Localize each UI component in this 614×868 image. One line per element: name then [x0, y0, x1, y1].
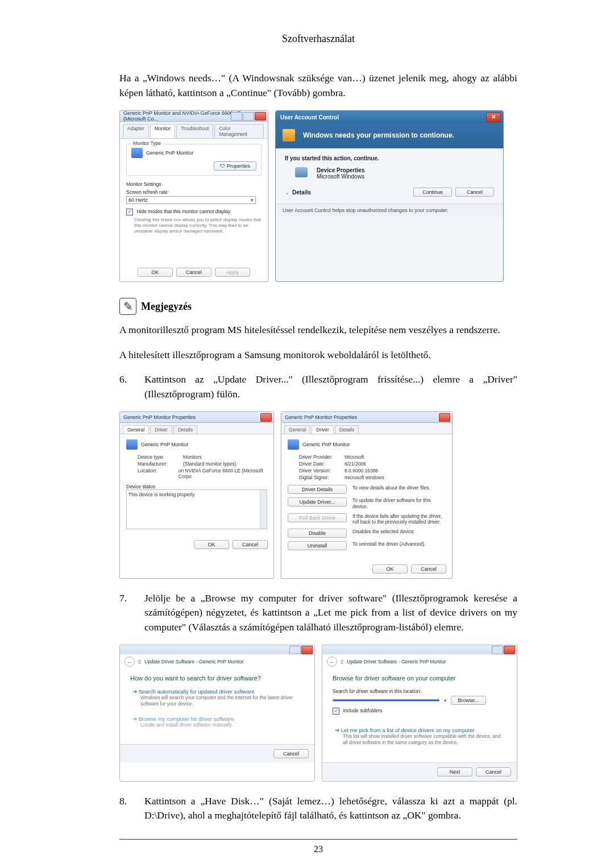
digital-signer-value: microsoft windows — [345, 475, 384, 480]
uac-headline: Windows needs your permission to contion… — [303, 131, 454, 139]
include-subfolders-label: Include subfolders — [343, 708, 382, 714]
uac-footer: User Account Control helps stop unauthor… — [276, 203, 503, 217]
uac-title-text: User Account Control — [280, 114, 339, 121]
tab-details[interactable]: Details — [173, 425, 197, 434]
close-button[interactable] — [301, 646, 313, 654]
next-button[interactable]: Next — [437, 767, 472, 776]
properties-button[interactable]: 🛡 Properties — [214, 161, 256, 171]
refresh-rate-select[interactable]: 60 Hertz — [126, 196, 256, 204]
continue-button[interactable]: Continue — [413, 188, 452, 197]
update-driver-button[interactable]: Update Driver... — [288, 497, 347, 506]
device-name: Generic PnP Monitor — [302, 442, 350, 447]
titlebar-text: Generic PnP Monitor Properties — [123, 414, 196, 420]
uac-started-text: If you started this action, continue. — [285, 155, 494, 161]
hide-modes-note: Clearing this check box allows you to se… — [134, 217, 262, 234]
update-driver-search-wizard: ← ▯ Update Driver Software - Generic PnP… — [119, 645, 315, 781]
cancel-button[interactable]: Cancel — [176, 268, 211, 277]
option-search-auto[interactable]: Search automatically for updated driver … — [132, 688, 302, 707]
breadcrumb: ← ▯ Update Driver Software - Generic PnP… — [322, 654, 517, 669]
driver-version-value: 6.0.6000.16386 — [345, 468, 378, 474]
tab-general[interactable]: General — [123, 425, 149, 434]
minimize-button[interactable] — [231, 112, 242, 121]
include-subfolders-checkbox[interactable]: ✓ — [333, 708, 339, 715]
manufacturer-label: Manufacturer: — [138, 461, 183, 467]
disable-button[interactable]: Disable — [288, 529, 347, 538]
uac-program-name: Device Properties — [317, 167, 365, 173]
back-icon[interactable]: ← — [327, 657, 337, 667]
monitor-icon — [131, 148, 143, 158]
group-legend: Monitor Type — [131, 140, 163, 146]
titlebar-text: Generic PnP Monitor Properties — [285, 414, 357, 420]
window-controls — [231, 112, 266, 121]
tab-driver[interactable]: Driver — [312, 425, 334, 434]
device-props-general-dialog: Generic PnP Monitor Properties General D… — [119, 412, 274, 579]
ok-button[interactable]: OK — [372, 564, 408, 574]
cancel-button[interactable]: Cancel — [411, 564, 446, 574]
cancel-button[interactable]: Cancel — [476, 767, 511, 776]
back-icon[interactable]: ← — [125, 657, 135, 667]
monitor-properties-dialog: Generic PnP Monitor and NVIDIA GeForce 6… — [119, 110, 268, 282]
tab-driver[interactable]: Driver — [150, 425, 172, 434]
monitor-icon — [126, 439, 138, 450]
tab-color-management[interactable]: Color Management — [214, 124, 264, 138]
update-driver-browse-wizard: ← ▯ Update Driver Software - Generic PnP… — [322, 645, 517, 781]
disable-desc: Disables the selected device. — [352, 529, 446, 535]
option-browse-computer[interactable]: Browse my computer for driver software L… — [132, 716, 302, 728]
uac-dialog: User Account Control ✕ Windows needs you… — [275, 110, 504, 282]
tab-details[interactable]: Details — [335, 425, 359, 434]
program-icon — [295, 167, 308, 177]
option-title: Let me pick from a list of device driver… — [335, 727, 504, 733]
hide-modes-checkbox[interactable]: ✓ — [126, 209, 133, 215]
close-button[interactable] — [260, 413, 272, 422]
wizard-heading: Browse for driver software on your compu… — [333, 675, 507, 682]
chevron-down-icon[interactable]: ⌄ — [285, 189, 289, 196]
rollback-driver-desc: If the device fails after updating the d… — [352, 513, 446, 525]
digital-signer-label: Digital Signer: — [299, 475, 345, 480]
breadcrumb: ← ▯ Update Driver Software - Generic PnP… — [120, 654, 314, 669]
uninstall-button[interactable]: Uninstall — [288, 541, 347, 550]
tab-troubleshoot[interactable]: Troubleshoot — [176, 124, 213, 138]
location-value: on NVIDIA GeForce 6600 LE (Microsoft Cor… — [179, 468, 267, 479]
close-button[interactable]: ✕ — [486, 113, 501, 122]
close-button[interactable] — [255, 112, 266, 121]
tab-adapter[interactable]: Adapter — [123, 124, 149, 138]
shield-icon — [283, 129, 295, 142]
path-input[interactable] — [333, 699, 439, 701]
option-subtitle: This list will show installed driver sof… — [343, 733, 504, 746]
step-number: 8. — [119, 794, 130, 823]
location-label: Search for driver software in this locat… — [333, 688, 507, 694]
step-number: 6. — [119, 372, 130, 401]
tab-general[interactable]: General — [284, 425, 310, 434]
ok-button[interactable]: OK — [194, 540, 229, 549]
browse-button[interactable]: Browse... — [451, 696, 486, 705]
cancel-button[interactable]: Cancel — [233, 540, 268, 549]
close-button[interactable] — [439, 413, 450, 422]
maximize-button[interactable] — [243, 112, 254, 121]
uac-program-publisher: Microsoft Windows — [317, 173, 365, 180]
apply-button[interactable]: Apply — [215, 268, 250, 277]
titlebar: Generic PnP Monitor and NVIDIA GeForce 6… — [120, 111, 268, 122]
rollback-driver-button[interactable]: Roll Back Driver — [288, 513, 347, 522]
option-pick-from-list[interactable]: Let me pick from a list of device driver… — [335, 727, 504, 746]
minimize-button[interactable] — [289, 646, 301, 654]
close-button[interactable] — [504, 646, 515, 654]
minimize-button[interactable] — [492, 646, 503, 654]
monitor-icon — [288, 439, 299, 450]
breadcrumb-text: Update Driver Software - Generic PnP Mon… — [347, 659, 446, 665]
details-toggle[interactable]: Details — [292, 189, 311, 196]
wizard-heading: How do you want to search for driver sof… — [130, 675, 304, 682]
tab-monitor[interactable]: Monitor — [150, 124, 175, 138]
uac-body: If you started this action, continue. De… — [276, 148, 503, 203]
driver-details-button[interactable]: Driver Details — [288, 485, 347, 494]
ok-button[interactable]: OK — [138, 268, 173, 277]
scrollbar[interactable] — [260, 490, 267, 529]
monitor-type-group: Monitor Type Generic PnP Monitor 🛡 Prope… — [126, 144, 262, 176]
screenshot-row-1: Generic PnP Monitor and NVIDIA GeForce 6… — [119, 110, 517, 282]
cancel-button[interactable]: Cancel — [455, 188, 494, 197]
manufacturer-value: (Standard monitor types) — [183, 461, 237, 467]
driver-date-label: Driver Date: — [299, 461, 345, 467]
option-subtitle: Locate and install driver software manua… — [140, 722, 302, 728]
path-dropdown-icon[interactable]: ▾ — [444, 698, 446, 703]
cancel-button[interactable]: Cancel — [273, 749, 309, 758]
monitor-name: Generic PnP Monitor — [146, 150, 193, 156]
